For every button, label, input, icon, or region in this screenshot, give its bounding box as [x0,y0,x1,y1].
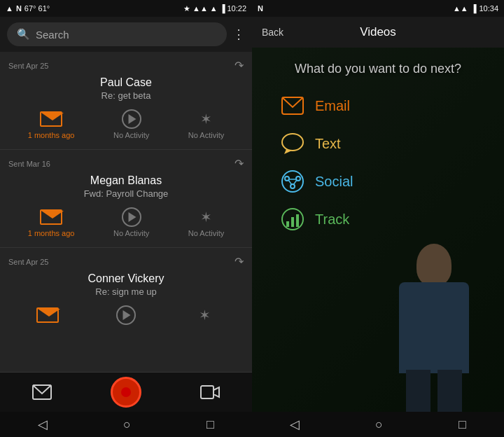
time-label-left: 10:22 [227,4,246,13]
mail-icon-3 [36,307,59,323]
play-icon-wrap-3 [113,305,139,325]
action-mail-2[interactable]: 1 months ago [28,207,75,237]
back-nav-left[interactable]: ◁ [38,417,48,432]
svg-point-4 [282,134,303,151]
bottom-nav-left [0,373,252,412]
sent-date-2: Sent Mar 16 [8,160,50,168]
record-button[interactable] [111,377,141,408]
email-actions-1: 1 months ago No Activity ✶ No Activity [8,106,244,142]
home-nav-left[interactable]: ○ [123,417,131,432]
overlay-content: What do you want to do next? Email [252,48,504,412]
svg-line-12 [293,180,297,185]
svg-rect-14 [286,221,289,227]
back-button[interactable]: Back [262,27,284,38]
system-nav-right: ◁ ○ □ [252,412,504,437]
videos-title: Videos [360,25,396,39]
subject-1: Re: get beta [8,90,244,101]
search-placeholder: Search [36,29,69,41]
signal-icon: ▲▲ [192,4,208,13]
option-track[interactable]: Track [280,207,504,232]
action-mail-1[interactable]: 1 months ago [28,109,75,139]
sent-date-3: Sent Apr 25 [8,258,49,266]
sender-1: Paul Case [8,76,244,89]
email-card-2-header: Sent Mar 16 ↷ [8,157,244,170]
subject-3: Re: sign me up [8,286,244,297]
cursor-label-2: No Activity [188,229,224,237]
status-right-right: ▲▲ ▐ 10:34 [453,4,498,13]
cursor-icon-wrap-2: ✶ [194,207,219,227]
email-card-2[interactable]: Sent Mar 16 ↷ Megan Blanas Fwd: Payroll … [0,150,252,248]
mail-label-2: 1 months ago [28,229,75,237]
nav-record-btn[interactable] [108,375,144,410]
more-options-icon[interactable]: ⋮ [232,27,245,42]
email-card-3[interactable]: Sent Apr 25 ↷ Conner Vickery Re: sign me… [0,248,252,373]
play-label-2: No Activity [113,229,149,237]
option-email[interactable]: Email [280,93,504,118]
email-actions-3: ✶ [8,303,244,328]
action-cursor-2[interactable]: ✶ No Activity [188,207,224,237]
play-icon-3 [116,305,136,325]
play-icon-wrap-2 [119,207,144,227]
status-right-info: ★ ▲▲ ▲ ▐ 10:22 [183,4,246,13]
svg-line-11 [288,180,292,185]
forward-icon-3[interactable]: ↷ [234,255,244,268]
email-icon-svg [281,97,304,115]
action-play-2[interactable]: No Activity [113,207,149,237]
home-nav-right[interactable]: ○ [375,417,383,432]
mail-icon-wrap-2 [38,207,64,227]
n-icon: N [16,4,22,13]
text-option-label: Text [315,136,341,152]
recents-nav-left[interactable]: □ [206,417,214,432]
text-option-icon [280,131,305,156]
sender-3: Conner Vickery [8,272,244,285]
cursor-icon-wrap-3: ✶ [192,305,217,325]
mail-icon-wrap-3 [35,305,60,325]
cursor-icon-3: ✶ [199,307,211,324]
cursor-icon-wrap-1: ✶ [194,109,219,129]
search-bar[interactable]: 🔍 Search [7,22,227,46]
option-text[interactable]: Text [280,131,504,156]
play-label-1: No Activity [113,131,149,139]
right-header: Back Videos [252,17,504,48]
email-actions-2: 1 months ago No Activity ✶ No Activity [8,204,244,240]
social-icon-svg [281,169,304,193]
time-label-right: 10:34 [479,4,498,13]
status-right-left: N [258,4,263,13]
recents-nav-right[interactable]: □ [458,417,466,432]
svg-marker-2 [214,387,219,397]
nav-video-btn[interactable] [192,375,227,410]
mail-icon-2 [40,209,62,225]
action-mail-3[interactable] [35,305,60,325]
nav-mail-icon [32,384,52,400]
battery-icon: ▐ [220,4,225,13]
email-option-icon [280,93,305,118]
email-card-1[interactable]: Sent Apr 25 ↷ Paul Case Re: get beta 1 m… [0,52,252,150]
cursor-label-1: No Activity [188,131,224,139]
what-next-prompt: What do you want to do next? [252,62,504,76]
forward-icon-1[interactable]: ↷ [234,59,244,72]
email-option-label: Email [315,98,350,114]
nav-mail-btn[interactable] [24,375,59,410]
social-option-icon [280,169,305,194]
track-option-icon [280,207,305,232]
track-option-label: Track [315,211,349,228]
status-bar-left: ▲ N 67° 61° ★ ▲▲ ▲ ▐ 10:22 [0,0,252,17]
mail-label-1: 1 months ago [28,131,75,139]
cursor-icon-1: ✶ [200,111,212,127]
n-icon-right: N [258,4,263,13]
action-play-3[interactable] [113,305,139,325]
mail-icon-1 [40,111,62,127]
back-nav-right[interactable]: ◁ [290,417,300,432]
status-bar-right: N ▲▲ ▐ 10:34 [252,0,504,17]
svg-rect-1 [201,386,214,398]
forward-icon-2[interactable]: ↷ [234,157,244,170]
action-play-1[interactable]: No Activity [113,109,149,139]
record-inner [121,387,131,397]
right-panel: N ▲▲ ▐ 10:34 Back Videos What do you wan… [252,0,504,437]
system-nav-left: ◁ ○ □ [0,412,252,437]
option-social[interactable]: Social [280,169,504,194]
temp-label: 67° 61° [24,4,50,13]
action-cursor-3[interactable]: ✶ [192,305,217,325]
email-card-1-header: Sent Apr 25 ↷ [8,59,244,72]
action-cursor-1[interactable]: ✶ No Activity [188,109,224,139]
